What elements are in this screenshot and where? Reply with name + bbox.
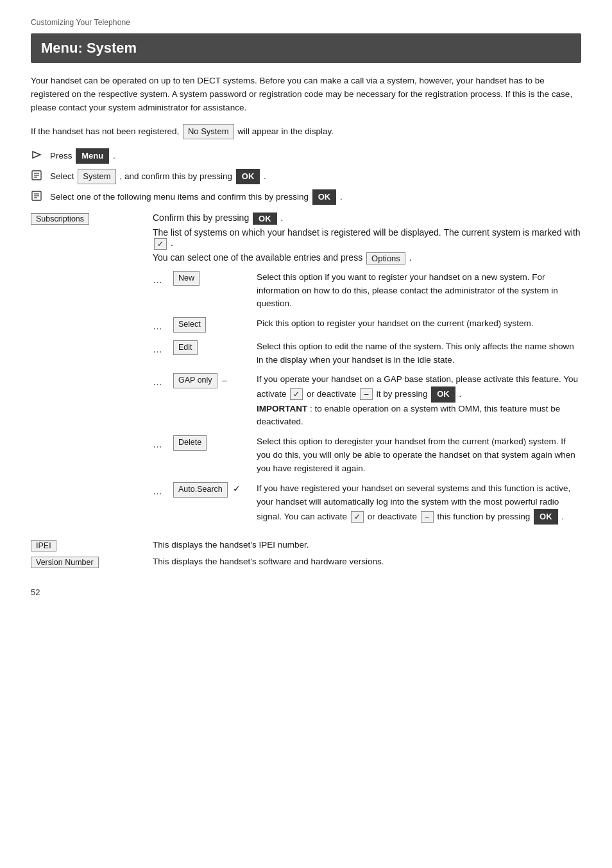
step2-row: Select System , and confirm this by pres… — [31, 169, 581, 184]
autosearch-checkmark: ✓ — [351, 511, 364, 523]
version-row: Version Number This displays the handset… — [31, 557, 581, 568]
ipei-desc: This displays the handset's IPEI number. — [153, 540, 581, 550]
no-system-note: If the handset has not been registered, … — [31, 124, 581, 139]
gap-minus: – — [360, 388, 373, 400]
sub-item-delete: … Delete Select this option to deregiste… — [153, 435, 581, 476]
checkmark-box-sub: ✓ — [154, 238, 167, 250]
select-label: Select — [173, 317, 206, 332]
subscriptions-detail: Confirm this by pressing OK . The list o… — [153, 213, 581, 531]
system-badge: System — [78, 169, 115, 184]
edit-label: Edit — [173, 340, 198, 355]
svg-marker-0 — [33, 152, 40, 158]
subscriptions-label: Subscriptions — [31, 213, 89, 225]
step2-icon — [31, 169, 50, 181]
step3-content: Select one of the following menu items a… — [50, 189, 581, 205]
sub-item-gap: … GAP only – If you operate your handset… — [153, 373, 581, 429]
sub-item-new: … New Select this option if you want to … — [153, 271, 581, 311]
sub-item-autosearch: … Auto.Search ✓ If you have registered y… — [153, 482, 581, 525]
ipei-row: IPEI This displays the handset's IPEI nu… — [31, 540, 581, 551]
step1-icon — [31, 149, 50, 161]
step3-row: Select one of the following menu items a… — [31, 189, 581, 205]
options-badge: Options — [366, 252, 405, 265]
ipei-label: IPEI — [31, 540, 56, 551]
page-number: 52 — [31, 587, 581, 597]
step3-icon — [31, 190, 50, 202]
breadcrumb: Customizing Your Telephone — [31, 18, 581, 27]
page-container: Customizing Your Telephone Menu: System … — [0, 0, 612, 623]
version-desc: This displays the handset's software and… — [153, 557, 581, 566]
sub-item-edit: … Edit Select this option to edit the na… — [153, 340, 581, 367]
step1-row: Press Menu . — [31, 148, 581, 164]
step2-content: Select System , and confirm this by pres… — [50, 169, 581, 184]
menu-badge: Menu — [76, 148, 109, 164]
autosearch-label: Auto.Search — [173, 482, 228, 497]
ok-badge-step3: OK — [312, 189, 337, 205]
intro-text: Your handset can be operated on up to te… — [31, 74, 581, 115]
delete-label: Delete — [173, 435, 207, 450]
subscriptions-label-col: Subscriptions — [31, 213, 153, 531]
new-label: New — [173, 271, 200, 286]
page-title: Menu: System — [31, 33, 581, 63]
sub-item-select: … Select Pick this option to register yo… — [153, 317, 581, 333]
gap-label: GAP only — [173, 373, 217, 388]
subscriptions-section: Subscriptions Confirm this by pressing O… — [31, 213, 581, 531]
ok-badge-step2: OK — [236, 169, 260, 184]
no-system-badge: No System — [183, 124, 234, 139]
bottom-items: IPEI This displays the handset's IPEI nu… — [31, 540, 581, 568]
autosearch-minus: – — [421, 511, 434, 523]
autosearch-ok: OK — [534, 509, 558, 525]
gap-ok: OK — [431, 386, 455, 402]
version-label: Version Number — [31, 557, 99, 568]
ok-badge-sub: OK — [253, 213, 277, 225]
step1-content: Press Menu . — [50, 148, 581, 164]
gap-checkmark: ✓ — [290, 388, 303, 400]
